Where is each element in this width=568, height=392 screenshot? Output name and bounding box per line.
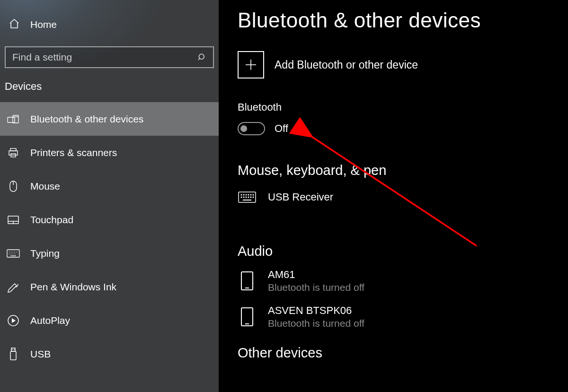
plus-icon (238, 51, 264, 78)
section-heading-other: Other devices (238, 345, 568, 361)
svg-rect-27 (10, 351, 16, 360)
sidebar-item-label: AutoPlay (30, 315, 70, 326)
device-name: ASVEN BTSPK06 (268, 305, 364, 317)
autoplay-icon (7, 314, 20, 327)
sidebar-item-label: Touchpad (30, 214, 73, 226)
bluetooth-toggle[interactable] (238, 122, 265, 135)
sidebar-section-title: Devices (0, 68, 219, 102)
search-input[interactable] (6, 52, 191, 63)
svg-rect-46 (241, 272, 253, 290)
svg-rect-48 (241, 308, 253, 326)
device-row[interactable]: USB Receiver (238, 188, 568, 207)
pen-icon (7, 281, 20, 293)
svg-rect-2 (8, 117, 15, 122)
usb-icon (7, 348, 20, 361)
mouse-icon (7, 180, 20, 192)
bluetooth-toggle-state: Off (275, 122, 288, 135)
device-name: USB Receiver (268, 191, 333, 203)
svg-rect-5 (10, 148, 16, 151)
keyboard-device-icon (238, 188, 257, 207)
search-icon (191, 52, 213, 62)
sidebar-item-label: Mouse (30, 181, 60, 192)
sidebar-item-pen[interactable]: Pen & Windows Ink (0, 270, 219, 304)
svg-point-38 (253, 194, 254, 195)
sidebar-item-usb[interactable]: USB (0, 337, 219, 371)
svg-rect-6 (9, 151, 18, 155)
sidebar-item-label: Typing (30, 248, 60, 259)
phone-device-icon (238, 307, 257, 326)
sidebar-item-touchpad[interactable]: Touchpad (0, 203, 219, 236)
device-status: Bluetooth is turned off (268, 318, 364, 329)
svg-point-40 (243, 197, 244, 198)
svg-point-35 (246, 194, 247, 195)
add-device-button[interactable]: Add Bluetooth or other device (238, 51, 568, 78)
section-heading-audio: Audio (238, 244, 568, 259)
svg-point-44 (253, 197, 254, 198)
search-box[interactable] (5, 46, 214, 68)
device-status: Bluetooth is turned off (268, 282, 364, 293)
sidebar-item-label: Printers & scanners (30, 147, 117, 158)
svg-point-37 (250, 194, 251, 195)
device-name: AM61 (268, 269, 364, 281)
add-device-label: Add Bluetooth or other device (275, 59, 418, 71)
printer-icon (7, 147, 20, 158)
sidebar-nav-list: Bluetooth & other devices Printers & sca… (0, 102, 219, 371)
svg-line-1 (198, 59, 200, 60)
page-title: Bluetooth & other devices (238, 9, 568, 32)
nav-home-label: Home (30, 19, 57, 30)
phone-device-icon (238, 271, 257, 290)
svg-marker-25 (12, 318, 16, 323)
svg-point-36 (248, 194, 249, 195)
sidebar-item-bluetooth[interactable]: Bluetooth & other devices (0, 102, 219, 136)
svg-point-33 (241, 194, 242, 195)
content-pane: Bluetooth & other devices Add Bluetooth … (219, 0, 568, 392)
svg-point-39 (241, 197, 242, 198)
toggle-knob (240, 125, 247, 132)
sidebar: Home Devices (0, 0, 219, 392)
sidebar-item-autoplay[interactable]: AutoPlay (0, 304, 219, 337)
sidebar-item-label: USB (30, 348, 51, 360)
section-heading-mouse: Mouse, keyboard, & pen (238, 163, 568, 178)
svg-point-42 (248, 197, 249, 198)
device-row[interactable]: ASVEN BTSPK06 Bluetooth is turned off (238, 305, 568, 329)
sidebar-item-printers[interactable]: Printers & scanners (0, 136, 219, 169)
device-row[interactable]: AM61 Bluetooth is turned off (238, 269, 568, 293)
home-icon (9, 18, 20, 31)
touchpad-icon (7, 215, 20, 225)
svg-point-41 (246, 197, 247, 198)
svg-rect-26 (11, 348, 15, 351)
devices-icon (7, 114, 20, 124)
sidebar-item-label: Bluetooth & other devices (30, 113, 143, 125)
svg-point-43 (250, 197, 251, 198)
keyboard-icon (7, 249, 20, 258)
bluetooth-label: Bluetooth (238, 101, 568, 113)
nav-home[interactable]: Home (0, 9, 219, 41)
sidebar-item-label: Pen & Windows Ink (30, 281, 116, 293)
svg-point-34 (243, 194, 244, 195)
sidebar-item-typing[interactable]: Typing (0, 236, 219, 270)
sidebar-item-mouse[interactable]: Mouse (0, 169, 219, 203)
